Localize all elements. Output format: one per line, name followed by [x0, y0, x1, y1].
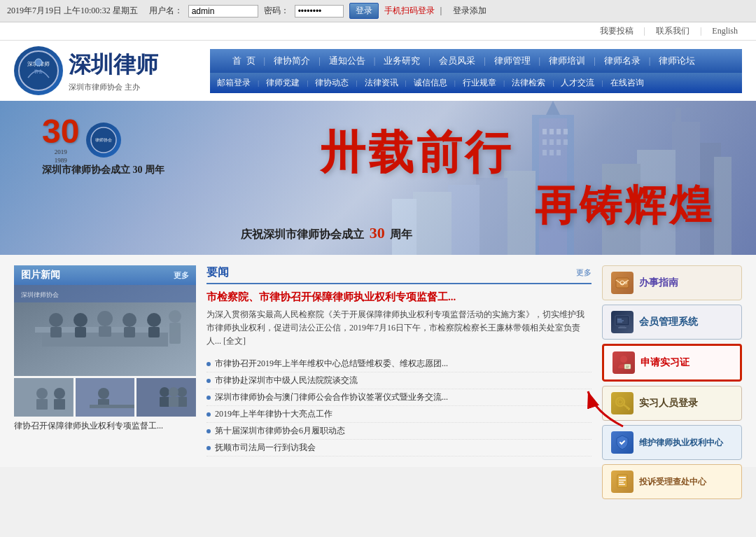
svg-rect-83 — [619, 477, 626, 478]
banner-bottom1: 庆祝深圳市律师协会成立 — [241, 228, 364, 240]
complaint-label: 投诉受理查处中心 — [639, 476, 706, 488]
svg-rect-15 — [556, 129, 561, 134]
news-more[interactable]: 更多 — [576, 267, 592, 278]
username-input[interactable] — [188, 5, 258, 18]
svg-rect-13 — [542, 129, 547, 134]
banner-badge: 30 20191989 律师协会 — [42, 115, 121, 165]
svg-point-58 — [160, 387, 169, 397]
site-logo: 深圳律师 协会 — [14, 46, 63, 95]
news-title: 要闻 — [206, 265, 229, 280]
svg-rect-20 — [564, 139, 568, 145]
nav-notice[interactable]: 通知公告 — [321, 49, 374, 73]
pwd-label: 密码： — [264, 5, 289, 17]
svg-rect-18 — [550, 139, 554, 145]
news-item-4[interactable]: 第十届深圳市律师协会6月履职动态 — [206, 423, 592, 440]
utility-bar: 我要投稿 | 联系我们 | English — [0, 22, 756, 41]
svg-point-36 — [74, 313, 88, 327]
snav-legal-search[interactable]: 法律检索 — [505, 73, 552, 93]
password-input[interactable] — [295, 5, 344, 18]
sidebar-rights-button[interactable]: 维护律师执业权利中心 — [602, 425, 742, 460]
nav-forum[interactable]: 律师论坛 — [650, 49, 704, 73]
svg-rect-45 — [169, 323, 181, 344]
sidebar-apply-button[interactable]: 申请实习证 — [602, 344, 742, 382]
nav-home[interactable]: 首 页 — [224, 49, 264, 73]
english-link[interactable]: English — [712, 26, 738, 36]
photo-news-section: 图片新闻 更多 — [14, 265, 196, 456]
secondary-nav: 邮箱登录 | 律师党建 | 律协动态 | 法律资讯 | 诚信信息 | 行业规章 … — [210, 73, 742, 93]
submit-article[interactable]: 我要投稿 — [600, 26, 634, 36]
sidebar-guide-button[interactable]: 办事指南 — [602, 265, 742, 300]
svg-rect-41 — [124, 327, 135, 337]
logo-text: 深圳律师 深圳市律师协会 主办 — [69, 50, 158, 92]
guide-label: 办事指南 — [639, 277, 678, 289]
svg-rect-17 — [542, 139, 547, 145]
svg-rect-37 — [75, 327, 86, 337]
main-photo: 深圳律师协会 — [14, 285, 196, 376]
snav-consult[interactable]: 在线咨询 — [603, 73, 651, 93]
photo-caption: 律协召开保障律师执业权利专项监督工... — [14, 417, 196, 435]
snav-regulations[interactable]: 行业规章 — [456, 73, 503, 93]
news-item-3[interactable]: 2019年上半年律协十大亮点工作 — [206, 406, 592, 423]
nav-research[interactable]: 业务研究 — [375, 49, 428, 73]
rights-label: 维护律师执业权利中心 — [639, 437, 723, 449]
thumb-3 — [136, 378, 196, 417]
snav-dynamics[interactable]: 律协动态 — [308, 73, 356, 93]
news-section: 要闻 更多 市检察院、市律协召开保障律师执业权利专项监督工... 为深入贯彻落实… — [206, 265, 592, 456]
svg-rect-21 — [542, 150, 547, 155]
svg-rect-7 — [714, 157, 732, 255]
svg-point-34 — [49, 313, 63, 327]
snav-integrity[interactable]: 诚信信息 — [407, 73, 454, 93]
svg-point-60 — [177, 387, 187, 397]
nav-manage[interactable]: 律师管理 — [486, 49, 539, 73]
news-item-2[interactable]: 深圳市律师协会与澳门律师公会合作协议签署仪式暨业务交流... — [206, 389, 592, 406]
snav-legal-info[interactable]: 法律资讯 — [358, 73, 405, 93]
main-banner: 30 20191989 律师协会 深圳市律师协会成立 30 周年 卅载前行 再铸… — [0, 101, 756, 255]
register-link[interactable]: 登录添加 — [453, 5, 486, 17]
photo-news-title: 图片新闻 — [21, 269, 60, 281]
nav-about[interactable]: 律协简介 — [265, 49, 318, 73]
site-header: 深圳律师 协会 深圳律师 深圳市律师协会 主办 首 页 | 律协简介 | 通知公… — [0, 41, 756, 101]
svg-point-40 — [122, 313, 136, 327]
primary-nav: 首 页 | 律协简介 | 通知公告 | 业务研究 | 会员风采 | 律师管理 |… — [210, 49, 742, 73]
site-subtitle: 深圳市律师协会 主办 — [69, 82, 158, 92]
nav-area: 首 页 | 律协简介 | 通知公告 | 业务研究 | 会员风采 | 律师管理 |… — [210, 49, 742, 93]
monitor-icon — [611, 311, 634, 333]
news-item-1[interactable]: 市律协赴深圳市中级人民法院院谈交流 — [206, 372, 592, 389]
svg-point-38 — [97, 311, 113, 326]
svg-point-78 — [618, 400, 622, 404]
news-list: 市律协召开2019年上半年维权中心总结暨维权委、维权志愿团... 市律协赴深圳市… — [206, 356, 592, 456]
nav-directory[interactable]: 律师名录 — [596, 49, 649, 73]
qr-login-link[interactable]: 手机扫码登录 — [384, 5, 435, 17]
news-featured-title[interactable]: 市检察院、市律协召开保障律师执业权利专项监督工... — [206, 290, 592, 305]
banner-bottom2: 周年 — [390, 228, 412, 240]
login-button[interactable]: 登录 — [349, 3, 379, 19]
svg-rect-23 — [556, 150, 561, 155]
top-login-bar: 2019年7月19日 上午10:00:32 星期五 用户名： 密码： 登录 手机… — [0, 0, 756, 22]
logo-area: 深圳律师 协会 深圳律师 深圳市律师协会 主办 — [14, 46, 210, 95]
svg-rect-85 — [619, 482, 624, 483]
svg-rect-24 — [504, 171, 536, 255]
contact-us[interactable]: 联系我们 — [656, 26, 690, 36]
svg-rect-61 — [177, 397, 187, 407]
svg-rect-56 — [90, 405, 135, 408]
snav-talent[interactable]: 人才交流 — [554, 73, 601, 93]
nav-members[interactable]: 会员风采 — [430, 49, 484, 73]
news-item-5[interactable]: 抚顺市司法局一行到访我会 — [206, 440, 592, 456]
apply-label: 申请实习证 — [640, 356, 690, 369]
snav-email[interactable]: 邮箱登录 — [210, 73, 258, 93]
sidebar-complaint-button[interactable]: 投诉受理查处中心 — [602, 464, 742, 499]
svg-rect-50 — [36, 399, 48, 410]
snav-party[interactable]: 律师党建 — [259, 73, 307, 93]
sidebar-member-button[interactable]: 会员管理系统 — [602, 305, 742, 340]
sidebar-intern-button[interactable]: 实习人员登录 — [602, 386, 742, 421]
badge-30-text: 30 — [42, 115, 79, 148]
svg-rect-82 — [617, 475, 627, 487]
svg-point-62 — [169, 387, 178, 397]
news-featured[interactable]: 市检察院、市律协召开保障律师执业权利专项监督工... 为深入贯彻落实最高人民检察… — [206, 290, 592, 349]
at-icon — [611, 272, 634, 294]
nav-training[interactable]: 律师培训 — [540, 49, 594, 73]
news-item-0[interactable]: 市律协召开2019年上半年维权中心总结暨维权委、维权志愿团... — [206, 356, 592, 372]
photo-news-more[interactable]: 更多 — [174, 270, 189, 281]
banner-bottom-text: 庆祝深圳市律师协会成立 30 周年 — [241, 224, 412, 242]
svg-rect-25 — [476, 178, 507, 255]
